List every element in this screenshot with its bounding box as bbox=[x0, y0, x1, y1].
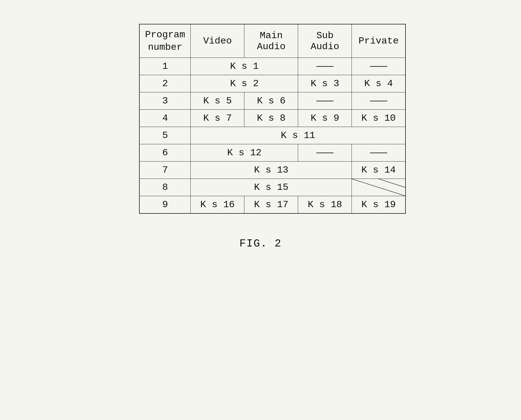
cell-span-all: K s 11 bbox=[191, 127, 406, 144]
cell-private: K s 14 bbox=[352, 162, 406, 179]
cell-program: 1 bbox=[139, 58, 191, 75]
cell-private: ——— bbox=[352, 144, 406, 162]
cell-video: K s 16 bbox=[191, 196, 244, 214]
header-video: Video bbox=[191, 24, 244, 58]
cell-main-audio: K s 8 bbox=[244, 110, 298, 127]
cell-sub-audio: K s 18 bbox=[298, 196, 352, 214]
table-row: 6 K s 12 ——— ——— bbox=[139, 144, 406, 162]
cell-main-audio: K s 17 bbox=[244, 196, 298, 214]
cell-program: 9 bbox=[139, 196, 191, 214]
cell-program: 2 bbox=[139, 75, 191, 92]
cell-private bbox=[352, 179, 406, 196]
header-row: Program number Video Main Audio Sub Audi… bbox=[139, 24, 406, 58]
table-row: 7 K s 13 K s 14 bbox=[139, 162, 406, 179]
cell-program: 8 bbox=[139, 179, 191, 196]
cell-sub-audio: K s 9 bbox=[298, 110, 352, 127]
header-main-audio: Main Audio bbox=[244, 24, 298, 58]
header-sub-audio: Sub Audio bbox=[298, 24, 352, 58]
cell-main-audio: K s 6 bbox=[244, 92, 298, 110]
cell-program: 6 bbox=[139, 144, 191, 162]
cell-video-main: K s 1 bbox=[191, 58, 298, 75]
table-row: 1 K s 1 ——— ——— bbox=[139, 58, 406, 75]
table-row: 3 K s 5 K s 6 ——— ——— bbox=[139, 92, 406, 110]
header-private: Private bbox=[352, 24, 406, 58]
figure-label: FIG. 2 bbox=[239, 238, 282, 250]
cell-video-main: K s 2 bbox=[191, 75, 298, 92]
cell-sub-audio: K s 3 bbox=[298, 75, 352, 92]
cell-span-video-sub: K s 13 bbox=[191, 162, 352, 179]
cell-program: 3 bbox=[139, 92, 191, 110]
table-row: 9 K s 16 K s 17 K s 18 K s 19 bbox=[139, 196, 406, 214]
cell-private: ——— bbox=[352, 92, 406, 110]
svg-line-1 bbox=[379, 179, 405, 187]
cell-program: 4 bbox=[139, 110, 191, 127]
table-row: 8 K s 15 bbox=[139, 179, 406, 196]
data-table: Program number Video Main Audio Sub Audi… bbox=[139, 24, 406, 214]
diagonal-lines bbox=[352, 179, 405, 196]
cell-sub-audio: ——— bbox=[298, 92, 352, 110]
header-program: Program number bbox=[139, 24, 191, 58]
cell-program: 5 bbox=[139, 127, 191, 144]
table-container: Program number Video Main Audio Sub Audi… bbox=[139, 24, 406, 214]
cell-sub-audio: ——— bbox=[298, 58, 352, 75]
cell-program: 7 bbox=[139, 162, 191, 179]
cell-video-main: K s 12 bbox=[191, 144, 298, 162]
cell-private: K s 19 bbox=[352, 196, 406, 214]
cell-sub-audio: ——— bbox=[298, 144, 352, 162]
cell-private: K s 10 bbox=[352, 110, 406, 127]
svg-line-0 bbox=[352, 179, 405, 196]
cell-video: K s 7 bbox=[191, 110, 244, 127]
table-row: 5 K s 11 bbox=[139, 127, 406, 144]
table-row: 4 K s 7 K s 8 K s 9 K s 10 bbox=[139, 110, 406, 127]
cell-video: K s 5 bbox=[191, 92, 244, 110]
table-row: 2 K s 2 K s 3 K s 4 bbox=[139, 75, 406, 92]
cell-private: K s 4 bbox=[352, 75, 406, 92]
cell-span-video-sub: K s 15 bbox=[191, 179, 352, 196]
cell-private: ——— bbox=[352, 58, 406, 75]
